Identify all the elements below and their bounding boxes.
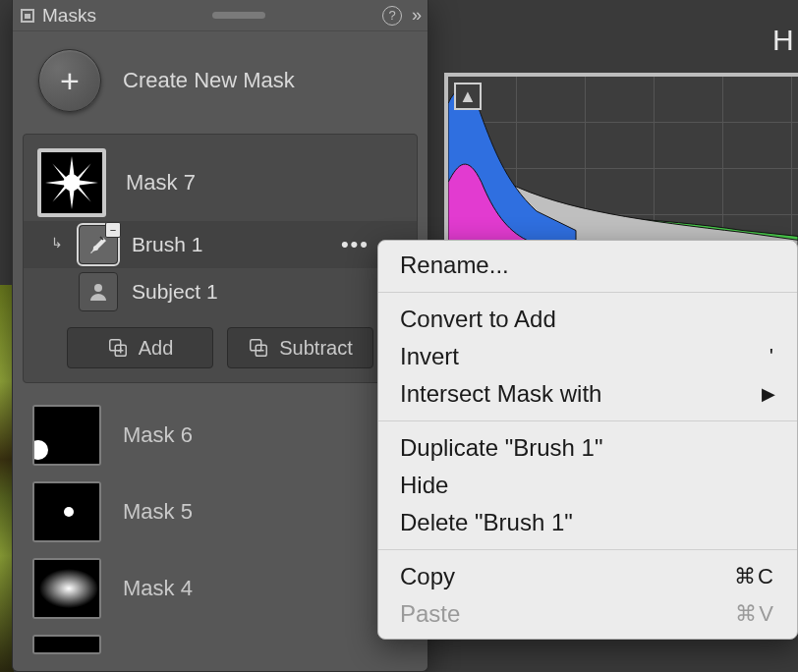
panel-collapse-icon[interactable] — [21, 9, 34, 23]
starburst-icon — [44, 155, 99, 210]
svg-point-22 — [39, 569, 98, 608]
subtract-arrow-icon: ↳ — [51, 235, 65, 251]
masks-panel-header: Masks ? » — [13, 0, 428, 31]
ctx-convert-to-add[interactable]: Convert to Add — [378, 301, 797, 338]
mask-component-label: Subject 1 — [132, 280, 411, 304]
subtract-component-button[interactable]: Subtract — [227, 327, 373, 368]
ctx-item-label: Convert to Add — [400, 306, 556, 333]
ctx-separator — [378, 292, 797, 293]
add-mask-icon[interactable]: + — [38, 49, 101, 112]
mask-label: Mask 7 — [126, 170, 196, 196]
mask-action-buttons: Add Subtract — [24, 315, 417, 368]
ctx-duplicate[interactable]: Duplicate "Brush 1" — [378, 429, 797, 467]
help-icon[interactable]: ? — [382, 6, 402, 26]
ctx-invert[interactable]: Invert ' — [378, 338, 797, 375]
mask-item-mask7[interactable]: Mask 7 — [24, 144, 417, 221]
svg-point-9 — [94, 284, 102, 292]
panel-drag-handle[interactable] — [212, 12, 265, 19]
create-new-mask-label: Create New Mask — [123, 68, 295, 93]
more-options-icon[interactable]: ••• — [341, 232, 370, 257]
mask-thumbnail — [32, 405, 101, 466]
panel-title: Masks — [42, 5, 96, 27]
panel-expand-icon[interactable]: » — [412, 5, 418, 26]
brush-icon: － — [79, 225, 118, 264]
ctx-shortcut: ⌘V — [735, 601, 775, 627]
ctx-delete[interactable]: Delete "Brush 1" — [378, 504, 797, 541]
mask-thumbnail — [37, 148, 106, 217]
mask-item-mask5[interactable]: Mask 5 — [13, 474, 428, 550]
add-shape-icon — [107, 337, 129, 359]
ctx-item-label: Intersect Mask with — [400, 380, 601, 408]
mask-component-subject1[interactable]: Subject 1 — [24, 268, 417, 315]
mask-component-brush1[interactable]: ↳ － Brush 1 ••• — [24, 221, 417, 268]
ctx-item-label: Paste — [400, 600, 460, 628]
ctx-separator — [378, 549, 797, 550]
svg-point-8 — [64, 175, 81, 192]
ctx-shortcut: ⌘C — [734, 564, 775, 589]
histogram-header-letter: H — [772, 24, 794, 57]
mask-label: Mask 6 — [123, 422, 193, 448]
add-component-button[interactable]: Add — [67, 327, 213, 368]
ctx-separator — [378, 420, 797, 421]
subtract-button-label: Subtract — [279, 337, 352, 360]
histogram: ▲ — [444, 73, 798, 259]
add-button-label: Add — [139, 337, 174, 360]
ctx-hide[interactable]: Hide — [378, 467, 797, 504]
masks-panel: Masks ? » + Create New Mask — [12, 0, 428, 672]
ctx-item-label: Duplicate "Brush 1" — [400, 434, 602, 462]
ctx-intersect-submenu[interactable]: Intersect Mask with ▶ — [378, 375, 797, 413]
create-new-mask-row[interactable]: + Create New Mask — [13, 31, 428, 134]
ctx-item-label: Copy — [400, 563, 455, 590]
mask-thumbnail — [32, 481, 101, 542]
subject-icon — [79, 272, 118, 311]
mask-group-expanded: Mask 7 ↳ － Brush 1 ••• Subje — [23, 134, 418, 383]
ctx-rename[interactable]: Rename... — [378, 247, 797, 284]
ctx-copy[interactable]: Copy ⌘C — [378, 558, 797, 595]
svg-point-20 — [64, 507, 74, 517]
mask-item-partial[interactable] — [13, 627, 428, 654]
ctx-item-label: Invert — [400, 343, 459, 370]
mask-item-mask6[interactable]: Mask 6 — [13, 397, 428, 474]
subtract-badge-icon: － — [105, 222, 121, 238]
subtract-shape-icon — [248, 337, 269, 359]
triangle-up-icon: ▲ — [459, 86, 477, 107]
svg-rect-23 — [34, 635, 99, 654]
shadow-clipping-indicator[interactable]: ▲ — [454, 83, 482, 110]
mask-label: Mask 4 — [123, 576, 193, 601]
mask-item-mask4[interactable]: Mask 4 — [13, 550, 428, 627]
mask-thumbnail — [32, 635, 101, 654]
ctx-item-label: Hide — [400, 472, 448, 499]
submenu-arrow-icon: ▶ — [762, 383, 775, 405]
ctx-paste: Paste ⌘V — [378, 595, 797, 633]
ctx-shortcut: ' — [770, 344, 775, 369]
ctx-item-label: Rename... — [400, 252, 509, 279]
mask-thumbnail — [32, 558, 101, 619]
mask-label: Mask 5 — [123, 499, 193, 525]
histogram-plot — [448, 77, 798, 255]
ctx-item-label: Delete "Brush 1" — [400, 509, 573, 536]
context-menu: Rename... Convert to Add Invert ' Inters… — [377, 240, 798, 640]
